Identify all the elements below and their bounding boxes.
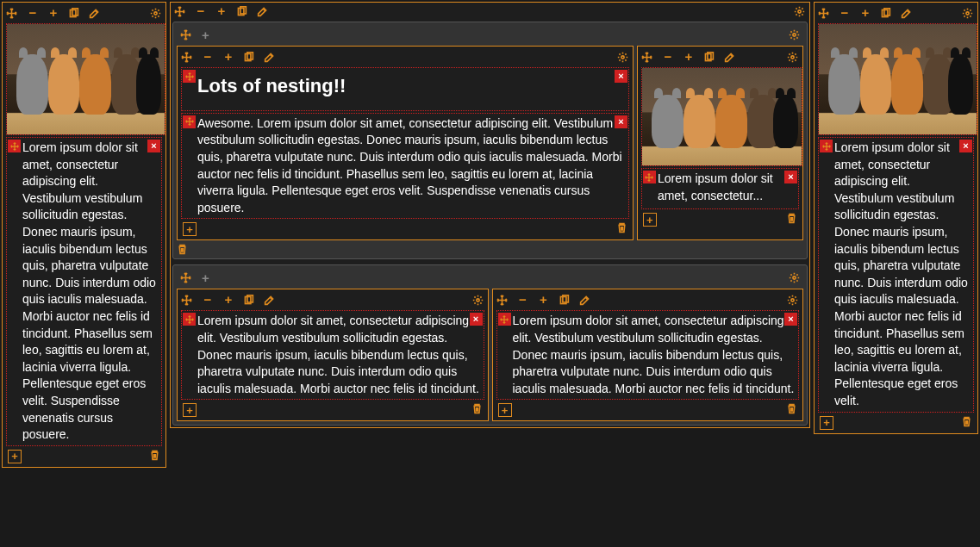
add-box-icon[interactable]: + <box>498 403 512 417</box>
text-content: Awesome. Lorem ipsum dolor sit amet, con… <box>197 116 622 214</box>
copy-icon[interactable] <box>559 295 571 306</box>
panel-toolbar: − + <box>179 291 486 308</box>
block-move-icon[interactable] <box>183 115 196 128</box>
add-box-icon[interactable]: + <box>643 213 657 227</box>
left-panel: − + × × Lor <box>2 2 166 468</box>
trash-icon[interactable] <box>471 403 483 417</box>
block-move-icon[interactable] <box>8 140 21 152</box>
trash-icon[interactable] <box>786 213 797 227</box>
block-close-icon[interactable]: × <box>615 115 627 128</box>
copy-icon[interactable] <box>703 52 715 63</box>
plus-icon[interactable]: + <box>47 7 59 19</box>
image-block: × <box>818 23 977 135</box>
panel-toolbar: − + <box>4 4 164 22</box>
grey-container: + − + <box>172 264 808 426</box>
gear-icon[interactable] <box>787 52 799 63</box>
add-box-icon[interactable]: + <box>183 403 197 417</box>
plus-icon[interactable]: + <box>222 294 234 306</box>
image-block: × <box>641 67 802 166</box>
plus-icon[interactable]: + <box>683 51 695 63</box>
text-block: × Lorem ipsum dolor sit amet, consectetu… <box>641 168 799 209</box>
plus-icon[interactable]: + <box>859 7 871 19</box>
kittens-image <box>819 24 977 134</box>
grey-trash-icon[interactable] <box>177 244 798 255</box>
minus-icon[interactable]: − <box>27 7 39 19</box>
block-close-icon[interactable]: × <box>615 70 627 83</box>
heading-block: × Lots of nesting!! <box>181 67 629 111</box>
nested-panel-image: − + × <box>637 46 803 240</box>
move-icon[interactable] <box>641 52 653 63</box>
gear-icon[interactable] <box>794 6 806 17</box>
edit-icon[interactable] <box>89 8 101 19</box>
edit-icon[interactable] <box>264 52 276 63</box>
grey-gear-icon[interactable] <box>789 29 800 40</box>
image-block: × <box>6 23 165 135</box>
panel-footer: + <box>4 448 164 465</box>
copy-icon[interactable] <box>880 8 892 19</box>
block-close-icon[interactable]: × <box>147 140 160 152</box>
gear-icon[interactable] <box>472 295 484 306</box>
edit-icon[interactable] <box>264 295 276 306</box>
block-close-icon[interactable]: × <box>784 313 797 326</box>
add-box-icon[interactable]: + <box>8 450 22 463</box>
move-icon[interactable] <box>174 6 186 17</box>
copy-icon[interactable] <box>243 52 255 63</box>
nested-panel: − + × Lorem ipsum dolor sit amet, consec… <box>177 289 489 421</box>
minus-icon[interactable]: − <box>517 294 529 306</box>
move-icon[interactable] <box>496 295 509 306</box>
block-close-icon[interactable]: × <box>784 171 797 183</box>
move-icon[interactable] <box>818 8 830 19</box>
move-icon[interactable] <box>6 8 18 19</box>
grey-plus-icon[interactable]: + <box>202 28 209 42</box>
edit-icon[interactable] <box>724 52 736 63</box>
panel-footer: + <box>495 401 802 419</box>
edit-icon[interactable] <box>257 6 269 17</box>
plus-icon[interactable]: + <box>215 5 228 17</box>
copy-icon[interactable] <box>243 295 255 306</box>
edit-icon[interactable] <box>901 8 913 19</box>
text-block: × Lorem ipsum dolor sit amet, consectetu… <box>6 137 162 446</box>
trash-icon[interactable] <box>149 450 160 463</box>
trash-icon[interactable] <box>961 416 972 430</box>
edit-icon[interactable] <box>579 295 591 306</box>
grey-plus-icon[interactable]: + <box>202 270 209 285</box>
panel-toolbar: − + <box>179 48 631 65</box>
copy-icon[interactable] <box>68 8 80 19</box>
gear-icon[interactable] <box>617 52 629 63</box>
block-move-icon[interactable] <box>498 313 511 326</box>
grey-move-icon[interactable] <box>180 272 191 283</box>
grey-footer <box>177 240 803 255</box>
move-icon[interactable] <box>181 295 193 306</box>
minus-icon[interactable]: − <box>839 7 851 19</box>
minus-icon[interactable]: − <box>195 5 207 17</box>
block-move-icon[interactable] <box>820 140 833 152</box>
gear-icon[interactable] <box>150 8 162 19</box>
block-close-icon[interactable]: × <box>959 140 972 152</box>
block-move-icon[interactable] <box>183 313 196 326</box>
grey-move-icon[interactable] <box>180 29 191 40</box>
trash-icon[interactable] <box>616 222 627 236</box>
kittens-image <box>7 24 165 134</box>
panel-footer: + <box>179 221 631 238</box>
minus-icon[interactable]: − <box>202 51 214 63</box>
gear-icon[interactable] <box>962 8 974 19</box>
text-content: Lorem ipsum dolor sit amet, consectetur.… <box>658 171 773 202</box>
move-icon[interactable] <box>181 52 193 63</box>
block-close-icon[interactable]: × <box>470 313 483 326</box>
minus-icon[interactable]: − <box>662 51 674 63</box>
panel-footer: + <box>816 414 976 432</box>
add-box-icon[interactable]: + <box>820 416 833 430</box>
trash-icon[interactable] <box>786 403 797 417</box>
block-move-icon[interactable] <box>183 70 196 83</box>
gear-icon[interactable] <box>787 295 799 306</box>
plus-icon[interactable]: + <box>222 51 234 63</box>
text-block: × Awesome. Lorem ipsum dolor sit amet, c… <box>181 113 629 220</box>
nested-panel-heading: − + × Lots of nesting!! <box>177 46 634 240</box>
plus-icon[interactable]: + <box>538 294 550 306</box>
block-move-icon[interactable] <box>643 171 656 183</box>
add-box-icon[interactable]: + <box>183 222 197 236</box>
copy-icon[interactable] <box>236 6 248 17</box>
grey-gear-icon[interactable] <box>789 272 800 283</box>
minus-icon[interactable]: − <box>202 294 214 306</box>
text-block: × Lorem ipsum dolor sit amet, consectetu… <box>496 310 800 400</box>
